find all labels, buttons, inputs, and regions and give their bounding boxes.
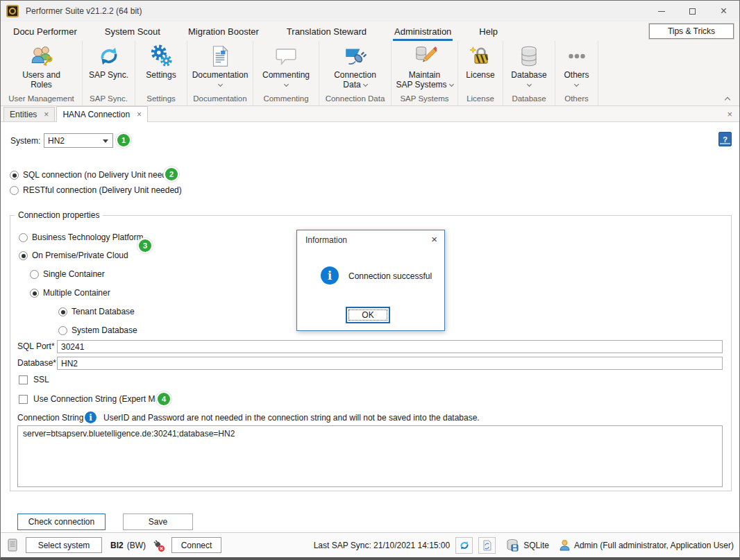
- ribbon-group-label: SAP Sync.: [90, 94, 128, 105]
- ssl-label[interactable]: SSL: [33, 375, 49, 384]
- ribbon-group-label: Database: [512, 94, 546, 105]
- last-sap-sync: Last SAP Sync: 21/10/2021 14:15:00: [314, 541, 451, 550]
- settings-button[interactable]: Settings: [146, 70, 176, 80]
- maintain-sap-systems-button[interactable]: Maintain SAP Systems: [396, 70, 453, 90]
- tab-migration-booster[interactable]: Migration Booster: [187, 24, 260, 41]
- restful-connection-label[interactable]: RESTful connection (Delivery Unit needed…: [23, 185, 182, 195]
- restful-connection-radio[interactable]: [10, 186, 19, 195]
- users-and-roles-button[interactable]: Users andRoles: [22, 70, 60, 90]
- ribbon-group-label: Others: [564, 94, 589, 105]
- ribbon-group-sap-systems: Maintain SAP Systems SAP Systems: [392, 41, 458, 105]
- chevron-down-icon: [283, 82, 288, 87]
- tab-help[interactable]: Help: [478, 24, 499, 41]
- window-title: Performer Suite v21.2.2 (64 bit): [26, 6, 142, 16]
- ssl-checkbox[interactable]: [19, 375, 28, 384]
- system-database-label[interactable]: System Database: [72, 325, 137, 335]
- gears-icon[interactable]: [149, 44, 173, 68]
- tab-system-scout[interactable]: System Scout: [103, 24, 162, 41]
- database-icon[interactable]: [517, 44, 541, 68]
- tenant-database-radio[interactable]: [58, 307, 67, 316]
- help-icon[interactable]: ?: [718, 132, 732, 146]
- sap-sync-button[interactable]: SAP Sync.: [89, 70, 128, 80]
- close-tab-icon[interactable]: [137, 110, 142, 119]
- expert-mode-checkbox[interactable]: [19, 395, 28, 404]
- minimize-button[interactable]: [646, 1, 677, 22]
- chevron-down-icon: [103, 139, 108, 143]
- system-database-radio[interactable]: [58, 326, 67, 335]
- tips-and-tricks-button[interactable]: Tips & Tricks: [649, 24, 734, 39]
- tab-administration[interactable]: Administration: [393, 24, 453, 41]
- document-sync-button[interactable]: [478, 537, 496, 554]
- tab-hana-connection[interactable]: HANA Connection: [56, 106, 148, 122]
- save-button[interactable]: Save: [123, 514, 193, 530]
- check-connection-button[interactable]: Check connection: [17, 514, 106, 530]
- single-container-radio[interactable]: [30, 270, 39, 279]
- sqlite-database-icon: [505, 538, 521, 552]
- on-premise-radio[interactable]: [19, 251, 28, 260]
- step-badge-1: 1: [117, 134, 130, 146]
- sql-port-label: SQL Port*: [17, 341, 55, 351]
- current-system-kind: (BW): [127, 541, 146, 550]
- chevron-down-icon: [363, 82, 368, 87]
- ribbon-group-database: Database Database: [503, 41, 555, 105]
- btp-radio[interactable]: [19, 233, 28, 242]
- database-engine-label: SQLite: [523, 541, 549, 550]
- single-container-label[interactable]: Single Container: [43, 269, 105, 279]
- chevron-down-icon: [449, 82, 454, 87]
- speech-bubble-icon[interactable]: [274, 44, 298, 68]
- tab-docu-performer[interactable]: Docu Performer: [12, 24, 78, 41]
- collapse-ribbon-button[interactable]: [725, 94, 731, 100]
- status-bar: Select system BI2 (BW) Connect Last SAP …: [1, 532, 739, 557]
- system-dropdown[interactable]: HN2: [44, 133, 113, 148]
- users-roles-icon[interactable]: [30, 44, 53, 68]
- ok-button[interactable]: OK: [346, 307, 390, 323]
- dialog-close-icon[interactable]: [431, 233, 437, 245]
- database-button[interactable]: Database: [511, 70, 546, 80]
- current-system-id: BI2: [110, 541, 124, 550]
- close-button[interactable]: [708, 1, 739, 22]
- information-dialog: Information i Connection successful OK: [296, 230, 445, 331]
- padlock-icon[interactable]: [469, 44, 492, 68]
- chevron-down-icon: [526, 82, 531, 87]
- tab-translation-steward[interactable]: Translation Steward: [285, 24, 368, 41]
- others-button[interactable]: Others: [564, 70, 589, 80]
- ribbon-group-connection-data: Connection Data Connection Data: [319, 41, 392, 105]
- tab-entities[interactable]: Entities: [3, 107, 55, 121]
- document-icon[interactable]: [208, 44, 232, 68]
- tenant-database-label[interactable]: Tenant Database: [72, 307, 135, 316]
- sql-connection-radio[interactable]: [10, 171, 19, 180]
- information-icon: i: [321, 266, 339, 285]
- sql-connection-label[interactable]: SQL connection (no Delivery Unit needed): [23, 170, 178, 180]
- sql-port-input[interactable]: 30241: [57, 340, 723, 353]
- user-icon: [559, 539, 571, 551]
- select-system-button[interactable]: Select system: [26, 537, 102, 553]
- ribbon-tab-bar: Docu Performer System Scout Migration Bo…: [1, 22, 739, 41]
- ribbon-group-commenting: Commenting Commenting: [253, 41, 319, 105]
- btp-label[interactable]: Business Technology Platform: [32, 232, 144, 242]
- connector-icon[interactable]: [344, 44, 367, 68]
- documentation-button[interactable]: Documentation: [192, 70, 249, 80]
- ribbon-group-documentation: Documentation Documentation: [187, 41, 253, 105]
- connection-string-textarea[interactable]: server=btsapserv.bluetelligence.de:30241…: [17, 425, 723, 487]
- connection-data-button[interactable]: Connection Data: [334, 70, 376, 90]
- maximize-button[interactable]: [677, 1, 708, 22]
- refresh-sync-button[interactable]: [455, 537, 473, 554]
- database-pencil-icon[interactable]: [413, 44, 437, 68]
- close-tab-icon[interactable]: [44, 110, 49, 119]
- multiple-container-label[interactable]: Multiple Container: [43, 288, 110, 298]
- ellipsis-icon[interactable]: [565, 44, 589, 68]
- expert-mode-label[interactable]: Use Connection String (Expert Mode): [33, 394, 171, 404]
- multiple-container-radio[interactable]: [30, 289, 39, 298]
- ribbon-group-user-management: Users andRoles User Management: [1, 41, 83, 105]
- connect-button[interactable]: Connect: [171, 537, 221, 553]
- step-badge-4: 4: [158, 393, 170, 405]
- sap-sync-icon[interactable]: [97, 44, 121, 68]
- database-input[interactable]: HN2: [57, 357, 723, 370]
- on-premise-label[interactable]: On Premise/Private Cloud: [32, 251, 128, 260]
- close-panel-icon[interactable]: [727, 109, 732, 119]
- app-logo-icon: [6, 5, 19, 17]
- server-icon: [6, 538, 19, 553]
- commenting-button[interactable]: Commenting: [262, 70, 310, 80]
- license-button[interactable]: License: [466, 70, 494, 80]
- info-icon: i: [85, 411, 96, 423]
